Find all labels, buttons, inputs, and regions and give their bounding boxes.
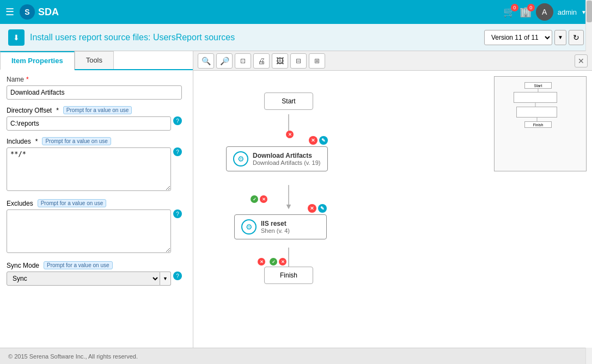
nav-icons: 🛒 0 🏢 0 A admin ▼: [503, 3, 587, 21]
iis-node-box[interactable]: ⚙ IIS reset Shen (v. 4): [234, 214, 327, 239]
directory-offset-required: *: [56, 107, 59, 114]
iis-node-title: IIS reset: [261, 220, 290, 227]
print-icon: 🖨: [258, 57, 265, 65]
includes-textarea-row: **/* ?: [7, 147, 182, 193]
iis-delete-btn[interactable]: ✕: [308, 204, 316, 213]
includes-prompt-badge: Prompt for a value on use: [42, 137, 111, 145]
close-icon: ✕: [578, 57, 584, 65]
finish-node: ✓ ✕ ✕ Finish: [264, 267, 313, 284]
directory-offset-input[interactable]: [7, 116, 171, 131]
excludes-textarea[interactable]: [7, 209, 171, 253]
download-top-delete-btn[interactable]: ✕: [286, 131, 294, 138]
name-input[interactable]: [7, 85, 182, 100]
panel-content: Name * Directory Offset * Prompt for a v…: [0, 70, 193, 348]
zoom-out-icon: 🔎: [220, 57, 229, 65]
iis-node: ✓ ✕ ✕ ✎ ⚙ IIS reset Shen (v. 4): [234, 204, 327, 239]
cart-badge: 0: [511, 4, 518, 11]
directory-offset-field-row: Directory Offset * Prompt for a value on…: [7, 106, 182, 131]
sync-mode-label: Sync Mode: [7, 262, 39, 269]
username[interactable]: admin: [558, 8, 577, 16]
name-label: Name *: [7, 76, 182, 83]
excludes-field-row: Excludes Prompt for a value on use ?: [7, 199, 182, 255]
finish-left-delete-btn[interactable]: ✕: [258, 258, 265, 266]
finish-top-delete-btn[interactable]: ✕: [279, 258, 286, 266]
logo-letter: S: [25, 8, 29, 16]
zoom-in-btn[interactable]: 🔍: [198, 53, 214, 69]
layout-btn[interactable]: ⊟: [290, 53, 307, 69]
includes-textarea[interactable]: **/*: [7, 147, 171, 191]
mini-node1: [514, 92, 557, 103]
finish-box[interactable]: Finish: [264, 267, 313, 284]
excludes-help-icon[interactable]: ?: [173, 209, 182, 218]
minimap-inner: Start Finish: [495, 77, 586, 171]
notifications-btn[interactable]: 🛒 0: [503, 6, 515, 18]
version-dropdown-btn[interactable]: ▼: [554, 30, 566, 45]
settings-badge: 0: [527, 4, 535, 11]
top-nav: ☰ S SDA 🛒 0 🏢 0 A admin ▼: [0, 0, 592, 24]
sync-mode-help-icon[interactable]: ?: [173, 272, 182, 280]
main-area: Item Properties Tools Name * Directory O…: [0, 51, 592, 348]
includes-label: Includes: [7, 138, 31, 145]
directory-offset-label: Directory Offset: [7, 107, 52, 114]
iis-edit-btn[interactable]: ✎: [318, 204, 327, 213]
grid-icon: ⊞: [314, 57, 320, 65]
fit-btn[interactable]: ⊡: [235, 53, 251, 69]
excludes-prompt-badge: Prompt for a value on use: [38, 199, 107, 207]
sync-mode-select-wrap: Sync Async Manual ▼: [7, 272, 171, 286]
page-icon: ⬇: [8, 29, 25, 46]
finish-green-btn[interactable]: ✓: [270, 258, 277, 266]
tab-item-properties[interactable]: Item Properties: [0, 51, 75, 70]
download-node: ✕ ✎ ✕ ⚙ Download Artifacts Download Arti…: [226, 136, 328, 171]
print-btn[interactable]: 🖨: [253, 53, 270, 69]
refresh-btn[interactable]: ↻: [569, 30, 584, 45]
zoom-in-icon: 🔍: [202, 57, 211, 65]
download-node-subtitle: Download Artifacts (v. 19): [253, 159, 321, 166]
layout-icon: ⊟: [296, 57, 301, 65]
version-select[interactable]: Version 11 of 11: [484, 30, 552, 45]
download-edit-btn[interactable]: ✎: [319, 136, 328, 145]
avatar-letter: A: [542, 8, 547, 16]
tabs-bar: Item Properties Tools: [0, 51, 193, 70]
sync-mode-dropdown-btn[interactable]: ▼: [160, 272, 171, 286]
includes-label-row: Includes * Prompt for a value on use: [7, 137, 182, 145]
nav-logo: S SDA: [20, 4, 59, 20]
page-title: Install users report source files: Users…: [30, 33, 235, 42]
app-name: SDA: [38, 7, 59, 18]
install-icon: ⬇: [13, 33, 20, 42]
iis-node-icon: ⚙: [241, 219, 257, 235]
download-node-controls: ✕ ✎: [226, 136, 328, 145]
sync-mode-field-row: Sync Mode Prompt for a value on use Sync…: [7, 261, 182, 286]
download-node-title: Download Artifacts: [253, 152, 321, 159]
download-node-text: Download Artifacts Download Artifacts (v…: [253, 152, 321, 166]
includes-required: *: [35, 138, 38, 145]
directory-offset-help-icon[interactable]: ?: [173, 116, 182, 125]
includes-field-row: Includes * Prompt for a value on use **/…: [7, 137, 182, 193]
download-delete-btn[interactable]: ✕: [309, 136, 318, 145]
diagram-canvas: Start ✕ ✎ ✕ ⚙ Download Artifacts Downloa: [193, 71, 592, 348]
directory-offset-input-row: ?: [7, 116, 182, 131]
sync-mode-select[interactable]: Sync Async Manual: [7, 272, 160, 286]
tab-tools[interactable]: Tools: [75, 51, 114, 69]
left-panel: Item Properties Tools Name * Directory O…: [0, 51, 193, 348]
zoom-out-btn[interactable]: 🔎: [216, 53, 233, 69]
download-node-box[interactable]: ⚙ Download Artifacts Download Artifacts …: [226, 146, 328, 171]
iis-green-btn[interactable]: ✓: [251, 195, 258, 203]
start-box[interactable]: Start: [264, 92, 313, 110]
close-btn[interactable]: ✕: [575, 54, 588, 67]
settings-btn[interactable]: 🏢 0: [520, 6, 532, 18]
sync-mode-select-row: Sync Async Manual ▼ ?: [7, 272, 182, 286]
sync-mode-prompt-badge: Prompt for a value on use: [44, 261, 113, 269]
includes-help-icon[interactable]: ?: [173, 147, 182, 156]
iis-node-text: IIS reset Shen (v. 4): [261, 220, 290, 234]
avatar[interactable]: A: [536, 3, 553, 21]
mini-finish: Finish: [524, 121, 552, 128]
mini-node2: [516, 107, 557, 118]
grid-btn[interactable]: ⊞: [309, 53, 325, 69]
logo-circle: S: [20, 4, 35, 20]
iis-top-delete-btn[interactable]: ✕: [260, 195, 267, 203]
excludes-label-row: Excludes Prompt for a value on use: [7, 199, 182, 207]
image-btn[interactable]: 🖼: [272, 53, 288, 69]
menu-icon[interactable]: ☰: [5, 6, 14, 18]
diagram-toolbar: 🔍 🔎 ⊡ 🖨 🖼 ⊟ ⊞ ✕: [193, 51, 592, 71]
start-node: Start: [264, 92, 313, 110]
